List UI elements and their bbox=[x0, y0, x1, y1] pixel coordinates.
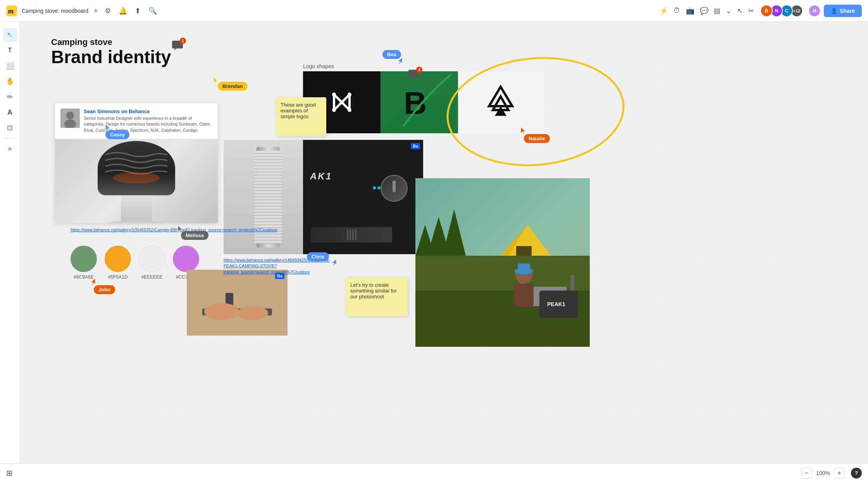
frame-tool[interactable]: ⊡ bbox=[3, 121, 17, 135]
natalie-label: Natalie bbox=[524, 134, 550, 143]
current-user-avatar[interactable]: M bbox=[808, 5, 821, 17]
svg-rect-43 bbox=[518, 263, 530, 271]
lightning-icon[interactable]: ⚡ bbox=[657, 5, 670, 17]
behance-link-1[interactable]: https://www.behance.net/gallery/10546535… bbox=[71, 227, 277, 233]
svg-marker-47 bbox=[410, 77, 413, 80]
behance-link-2[interactable]: https://www.behance.net/gallery/14845042… bbox=[224, 257, 332, 275]
notification-icon[interactable]: 🔔 bbox=[117, 5, 129, 17]
help-button[interactable]: ? bbox=[851, 468, 862, 479]
svg-point-27 bbox=[237, 306, 268, 320]
zoom-in-button[interactable]: + bbox=[834, 468, 845, 479]
svg-point-14 bbox=[332, 93, 336, 96]
board-title-toolbar: Camping stove: moodboard bbox=[22, 8, 88, 14]
canvas-content: Camping stove Brand identity 1 Casey Bre… bbox=[20, 22, 868, 463]
john-label: John bbox=[94, 285, 115, 294]
comment-badge[interactable]: 1 bbox=[171, 39, 184, 54]
gear-icon[interactable]: ⚙ bbox=[103, 5, 112, 17]
product-image-4[interactable]: Ba bbox=[187, 270, 288, 336]
svg-text:m: m bbox=[8, 8, 14, 15]
svg-rect-23 bbox=[187, 270, 288, 336]
share-button[interactable]: 👤 Share bbox=[824, 5, 862, 17]
bea-label: Bea bbox=[382, 50, 401, 59]
share-icon[interactable]: ⬆ bbox=[133, 5, 142, 17]
svg-text:PEAK1: PEAK1 bbox=[547, 301, 565, 307]
sticky-tool[interactable]: A bbox=[3, 105, 17, 119]
color-swatch-orange[interactable]: #5F5A1D bbox=[105, 246, 131, 280]
avatar-1[interactable]: B bbox=[760, 5, 773, 17]
hand-tool[interactable]: ✋ bbox=[3, 74, 17, 88]
svg-point-26 bbox=[204, 303, 239, 320]
zoom-level-display: 100% bbox=[815, 470, 831, 476]
color-swatch-green[interactable]: #6C9A6E bbox=[71, 246, 97, 280]
text-tool[interactable]: T bbox=[3, 43, 17, 57]
product-image-5[interactable]: PEAK1 bbox=[415, 178, 590, 347]
svg-rect-35 bbox=[516, 246, 532, 256]
logo-sticky-note[interactable]: These are good examples of simple logos bbox=[276, 97, 326, 136]
logo-3[interactable] bbox=[458, 71, 543, 133]
logo-section-label: Logo shapes bbox=[303, 63, 334, 69]
shape-tool[interactable]: ⬜ bbox=[3, 59, 17, 73]
svg-point-18 bbox=[340, 100, 344, 104]
comment-icon[interactable]: 💬 bbox=[698, 5, 711, 17]
svg-text:B: B bbox=[404, 85, 427, 120]
star-icon[interactable]: ★ bbox=[93, 7, 98, 14]
timer-icon[interactable]: ⏱ bbox=[671, 5, 683, 16]
color-swatches: #6C9A6E #5F5A1D #EEEEEE #CC73E6 bbox=[71, 246, 199, 280]
top-toolbar: m Camping stove: moodboard ★ ⚙ 🔔 ⬆ 🔍 ⚡ ⏱… bbox=[0, 0, 868, 22]
color-swatch-gray[interactable]: #EEEEEE bbox=[139, 246, 165, 280]
avatar-group[interactable]: B N C +12 bbox=[763, 5, 803, 17]
photoshoot-sticky[interactable]: Let's try to create something similar fo… bbox=[346, 277, 408, 316]
miro-logo[interactable]: m bbox=[6, 5, 17, 16]
canvas[interactable]: Camping stove Brand identity 1 Casey Bre… bbox=[20, 22, 868, 463]
board-subtitle: Camping stove bbox=[51, 37, 171, 47]
bottom-bar: ⊞ − 100% + ? bbox=[0, 463, 868, 482]
screen-icon[interactable]: 📺 bbox=[684, 5, 697, 17]
search-icon[interactable]: 🔍 bbox=[147, 5, 158, 17]
cursor-icon[interactable]: ↖ bbox=[735, 5, 745, 17]
brendan-label: Brendan bbox=[218, 82, 248, 91]
scissors-icon[interactable]: ✂ bbox=[746, 5, 756, 17]
svg-point-5 bbox=[66, 112, 74, 119]
profile-card[interactable]: Sean Simmons on Behance Senior Industria… bbox=[55, 103, 218, 223]
svg-point-17 bbox=[348, 108, 351, 112]
select-tool[interactable]: ↖ bbox=[3, 28, 17, 42]
svg-point-7 bbox=[113, 172, 160, 184]
svg-rect-41 bbox=[514, 284, 534, 307]
ba-badge-2: Ba bbox=[411, 143, 420, 149]
table-icon[interactable]: ▤ bbox=[711, 5, 723, 17]
board-main-title: Brand identity bbox=[51, 47, 171, 67]
product-image-3[interactable]: AK1 B bbox=[303, 140, 423, 254]
left-sidebar: ↖ T ⬜ ✋ ✏ A ⊡ » ↩ bbox=[0, 22, 20, 482]
pen-tool[interactable]: ✏ bbox=[3, 90, 17, 104]
svg-marker-3 bbox=[174, 48, 177, 51]
grid-toggle[interactable]: ⊞ bbox=[6, 468, 13, 478]
comment-bubble-2[interactable]: 4 bbox=[408, 68, 421, 83]
board-title: Camping stove Brand identity bbox=[51, 37, 171, 67]
more-icon[interactable]: ⌄ bbox=[723, 5, 734, 17]
product-image-2[interactable] bbox=[224, 140, 313, 254]
zoom-out-button[interactable]: − bbox=[801, 468, 812, 479]
svg-point-16 bbox=[332, 108, 336, 112]
more-tools[interactable]: » bbox=[3, 141, 17, 155]
svg-point-15 bbox=[348, 93, 351, 96]
